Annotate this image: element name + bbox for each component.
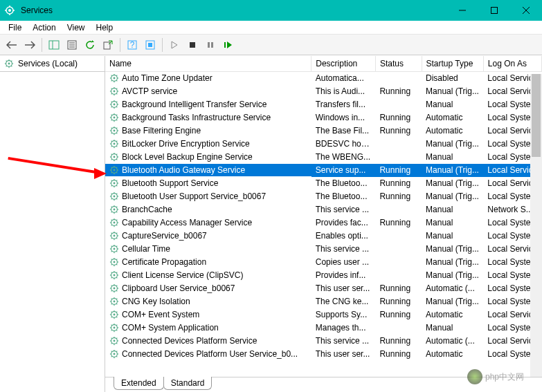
table-row[interactable]: CaptureService_b0067Enables opti...Manua… <box>105 230 542 243</box>
table-row[interactable]: Base Filtering EngineThe Base Fil...Runn… <box>105 124 542 138</box>
pause-service-button[interactable] <box>203 37 218 53</box>
cell-status: Running <box>375 164 422 177</box>
titlebar[interactable]: Services <box>0 0 542 21</box>
svg-line-42 <box>116 80 117 81</box>
properties-button[interactable] <box>64 37 80 53</box>
svg-rect-21 <box>190 42 195 48</box>
table-row[interactable]: Block Level Backup Engine ServiceThe WBE… <box>105 151 542 164</box>
cell-status <box>375 230 422 243</box>
cell-status: Running <box>375 111 422 124</box>
column-headers[interactable]: Name Description Status Startup Type Log… <box>105 56 542 72</box>
svg-line-201 <box>111 285 112 286</box>
table-row[interactable]: AVCTP serviceThis is Audi...RunningManua… <box>105 85 542 98</box>
svg-line-233 <box>111 330 112 330</box>
table-row[interactable]: Background Intelligent Transfer ServiceT… <box>105 98 542 111</box>
svg-line-92 <box>116 146 117 147</box>
svg-line-174 <box>116 245 117 246</box>
stop-service-button[interactable] <box>185 37 200 53</box>
cell-status <box>375 151 422 164</box>
svg-rect-10 <box>49 41 59 49</box>
table-row[interactable]: Bluetooth Support ServiceThe Bluetoo...R… <box>105 177 542 190</box>
svg-line-73 <box>111 120 112 120</box>
cell-status: Running <box>375 190 422 203</box>
cell-startup: Automatic <box>422 124 483 138</box>
table-row[interactable]: Cellular TimeThis service ...Manual (Tri… <box>105 243 542 256</box>
refresh-button[interactable] <box>82 37 98 53</box>
close-button[interactable] <box>510 0 542 21</box>
svg-line-203 <box>111 290 112 291</box>
cell-startup: Manual <box>422 203 483 216</box>
cell-description: Enables opti... <box>311 230 376 243</box>
tab-standard[interactable]: Standard <box>163 377 213 390</box>
tab-extended[interactable]: Extended <box>114 377 164 390</box>
table-row[interactable]: BranchCacheThis service ...ManualNetwork… <box>105 203 542 216</box>
export-button[interactable] <box>100 37 116 53</box>
table-row[interactable]: Connected Devices Platform User Service_… <box>105 348 542 361</box>
col-startup[interactable]: Startup Type <box>422 56 483 72</box>
cell-status: Running <box>375 85 422 98</box>
svg-point-46 <box>114 90 116 92</box>
sidebar-services-local[interactable]: Services (Local) <box>0 56 105 72</box>
table-row[interactable]: Client License Service (ClipSVC)Provides… <box>105 269 542 282</box>
svg-line-254 <box>116 351 117 351</box>
table-row[interactable]: CNG Key IsolationThe CNG ke...RunningMan… <box>105 295 542 308</box>
cell-startup: Manual <box>422 98 483 111</box>
sidebar: Services (Local) <box>0 56 105 392</box>
maximize-button[interactable] <box>478 0 510 21</box>
svg-line-133 <box>111 198 112 199</box>
gear-icon <box>109 231 119 241</box>
start-service-button[interactable] <box>167 37 182 53</box>
cell-name: Connected Devices Platform Service <box>105 335 311 347</box>
help-button[interactable]: ? <box>125 37 140 53</box>
cell-status <box>375 72 422 85</box>
cell-status <box>375 138 422 151</box>
table-row[interactable]: Auto Time Zone UpdaterAutomatica...Disab… <box>105 72 542 85</box>
services-grid[interactable]: ▲ Name Description Status Startup Type L… <box>105 56 542 377</box>
svg-line-61 <box>111 101 112 102</box>
table-row[interactable]: Background Tasks Infrastructure ServiceW… <box>105 111 542 124</box>
cell-status: Running <box>375 295 422 308</box>
menu-view[interactable]: View <box>62 21 91 34</box>
help2-button[interactable] <box>143 37 158 53</box>
table-row[interactable]: Bluetooth Audio Gateway ServiceService s… <box>105 164 542 177</box>
menu-help[interactable]: Help <box>91 21 119 34</box>
annotation-arrow-head <box>94 168 107 179</box>
table-row[interactable]: Clipboard User Service_b0067This user se… <box>105 282 542 295</box>
cell-status: Running <box>375 335 422 348</box>
svg-line-53 <box>111 93 112 94</box>
restart-service-button[interactable] <box>221 37 236 53</box>
table-row[interactable]: COM+ System ApplicationManages th...Manu… <box>105 321 542 335</box>
svg-line-212 <box>116 304 117 304</box>
cell-startup: Manual (Trig... <box>422 85 483 98</box>
table-row[interactable]: BitLocker Drive Encryption ServiceBDESVC… <box>105 138 542 151</box>
col-description[interactable]: Description <box>311 56 376 72</box>
menu-action[interactable]: Action <box>27 21 61 34</box>
svg-line-151 <box>111 219 112 220</box>
menu-file[interactable]: File <box>3 21 27 34</box>
forward-button[interactable] <box>22 37 37 53</box>
back-button[interactable] <box>4 37 19 53</box>
col-logon[interactable]: Log On As <box>483 56 541 72</box>
cell-status <box>375 321 422 335</box>
cell-status <box>375 203 422 216</box>
table-row[interactable]: Certificate PropagationCopies user ...Ma… <box>105 256 542 269</box>
svg-line-74 <box>116 114 117 115</box>
table-row[interactable]: Bluetooth User Support Service_b0067The … <box>105 190 542 203</box>
scrollbar-thumb[interactable] <box>532 74 541 157</box>
svg-line-224 <box>116 311 117 312</box>
vertical-scrollbar[interactable] <box>530 74 542 377</box>
svg-line-241 <box>111 337 112 338</box>
table-row[interactable]: Capability Access Manager ServiceProvide… <box>105 216 542 230</box>
col-name[interactable]: Name <box>105 56 311 72</box>
cell-description: This service ... <box>311 243 376 256</box>
gear-icon <box>109 152 119 162</box>
show-hide-tree-button[interactable] <box>46 37 62 53</box>
gear-icon <box>109 270 119 280</box>
col-status[interactable]: Status <box>375 56 422 72</box>
table-row[interactable]: COM+ Event SystemSupports Sy...RunningAu… <box>105 308 542 321</box>
svg-line-202 <box>116 290 117 291</box>
svg-line-142 <box>116 212 117 212</box>
minimize-button[interactable] <box>446 0 478 21</box>
table-row[interactable]: Connected Devices Platform ServiceThis s… <box>105 335 542 348</box>
gear-icon <box>109 73 119 83</box>
